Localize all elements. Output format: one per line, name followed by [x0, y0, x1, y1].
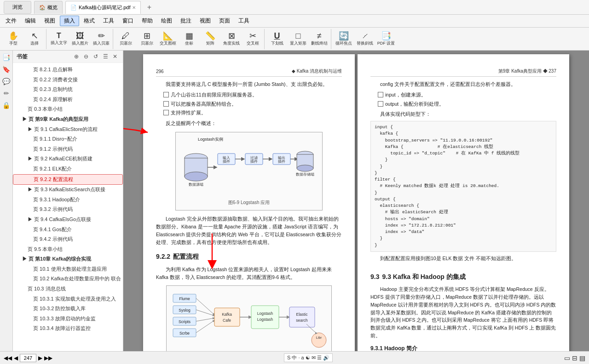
sidebar-item-s10[interactable]: ▶ 页 9.2 KafkaECE机制搭建	[13, 154, 123, 164]
tool-strikethrough[interactable]: ≠ 删线终结	[309, 30, 329, 48]
tool-coord[interactable]: 📐 交叉图框	[158, 30, 178, 48]
sidebar-tool-3[interactable]: ↺	[92, 52, 100, 61]
matrix-icon: ▦	[185, 32, 193, 40]
svg-text:Syslog: Syslog	[179, 308, 191, 313]
input-method-bar[interactable]: S 中 · a ☯ ✉ ☰ 🔊	[284, 353, 333, 362]
page-number-input[interactable]	[20, 354, 36, 362]
tool-rect[interactable]: □ 置入矩形	[288, 30, 308, 48]
sidebar-tool-4[interactable]: ☰	[101, 52, 110, 61]
svg-text:Logstash: Logstash	[257, 317, 273, 322]
tool-angle-line[interactable]: 📏 矩阵	[200, 30, 220, 48]
input-method-sym4: 🔊	[323, 355, 329, 360]
page-prev-button[interactable]: ◀	[14, 355, 18, 361]
sidebar-item-s20[interactable]: ▶ 页 第10章 Kafka的综合实现	[13, 254, 123, 264]
tool-pdf-settings[interactable]: 📑 PDF 设置	[376, 30, 396, 48]
menu-view[interactable]: 视图	[40, 16, 59, 26]
section-93-text: 9.3 Kafka 和 Hadoop 的集成	[382, 272, 465, 282]
strikethrough-icon: ≠	[317, 32, 322, 40]
sidebar-item-s25[interactable]: 页 10-3.2 防控加载入库	[13, 304, 123, 314]
sidebar-item-s14[interactable]: 页 9.3.1 Hadoop配介	[13, 195, 123, 205]
sidebar-item-s8[interactable]: 页 9.1.1 Disro~配介	[13, 134, 123, 144]
left-icon-doc[interactable]: 📑	[1, 52, 12, 63]
sidebar-item-s15[interactable]: 页 9.3.2 示例代码	[13, 205, 123, 215]
menu-bar: 文件 编辑 视图 插入 格式 工具 窗口 帮助 绘图 批注 视图 页面 工具	[0, 15, 589, 28]
sidebar-item-s9[interactable]: 页 9.1.2 示例代码	[13, 144, 123, 154]
sidebar-item-s6[interactable]: ▶ 页 第9章 Kafka的典型应用	[13, 114, 123, 125]
page-first-button[interactable]: ◀◀	[4, 355, 12, 361]
tool-dotted[interactable]: ✂ 交叉框	[243, 30, 263, 48]
sidebar-item-s7[interactable]: ▶ 页 9.1 CafkaElicStore的流程	[13, 125, 123, 135]
menu-format[interactable]: 格式	[80, 16, 98, 26]
tool-cycle[interactable]: 🔄 循环焦点	[334, 30, 354, 48]
tool-insert-image[interactable]: 🖼 插入图片	[70, 30, 90, 48]
sidebar-item-s4[interactable]: 页 0.2.4 原理解析	[13, 95, 123, 105]
menu-edit[interactable]: 编辑	[21, 16, 40, 26]
page-next-button[interactable]: ▶	[38, 355, 42, 361]
sidebar-close[interactable]: ✕	[111, 52, 119, 61]
left-icon-bookmark[interactable]: 🔖	[1, 64, 12, 74]
svg-text:Logstash: Logstash	[257, 311, 273, 316]
menu-help[interactable]: 帮助	[138, 16, 156, 26]
sidebar-item-s27[interactable]: 页 10.3.4 故障运行器监控	[13, 324, 123, 334]
sidebar-item-s26[interactable]: 页 10.3.3 故障启动的约金监	[13, 314, 123, 324]
sidebar-item-s18[interactable]: 页 9.4.2 示例代码	[13, 234, 123, 245]
sidebar-item-s16[interactable]: ▶ 页 9.4 CafkaElsGo点联接	[13, 215, 123, 225]
left-icon-lock[interactable]: 🔒	[1, 100, 12, 110]
menu-insert[interactable]: 插入	[60, 16, 79, 26]
tool-bezier2[interactable]: 🖊 贝塞尔	[115, 30, 136, 48]
tab-close-icon[interactable]: ✕	[132, 5, 136, 10]
tool-hand[interactable]: ✋ 手型	[3, 30, 23, 48]
sidebar-item-s2[interactable]: 页 0.2.2 消费者交接	[13, 75, 123, 85]
menu-tools2[interactable]: 工具	[235, 16, 253, 26]
sidebar-item-s5[interactable]: 页 0.3 本章小结	[13, 104, 123, 114]
menu-draw[interactable]: 绘图	[157, 16, 176, 26]
tab-overview[interactable]: 🏠 概览	[34, 1, 63, 14]
menu-tools[interactable]: 工具	[99, 16, 118, 26]
diagram-kafka: Flume Syslog Scripts Scrbe	[166, 285, 332, 351]
view-single[interactable]: ▭	[564, 354, 570, 362]
svg-text:Libr: Libr	[316, 336, 322, 340]
sidebar-item-s22[interactable]: 页 10.2 Kafka在处理数量应用中的 联合	[13, 274, 123, 284]
page-last-button[interactable]: ▶▶	[44, 355, 52, 361]
left-icon-comment[interactable]: 💬	[1, 76, 12, 86]
tool-cross-box[interactable]: ⊠ 角度实线	[221, 30, 242, 48]
sidebar-item-s11[interactable]: 页 9.2.1 ELK配介	[13, 164, 123, 174]
sidebar-tool-1[interactable]: ⊕	[72, 52, 81, 61]
menu-page[interactable]: 页面	[215, 16, 234, 26]
page-container[interactable]: 296 ◆ Kafka 消息机制与运维 我需要支持将这几 C 模型服务到一所需 …	[123, 51, 589, 351]
tool-cross-frame[interactable]: ⊞ 贝塞尔	[137, 30, 157, 48]
tab-add-button[interactable]: +	[144, 2, 155, 13]
diagram-logstash: Logstash实例 数据源端	[175, 132, 323, 210]
sidebar-item-s24[interactable]: 页 10.3.1 实现加载大处理及使用之入	[13, 294, 123, 304]
sidebar-item-s21[interactable]: 页 10.1 使用大数据处理主题应用	[13, 264, 123, 274]
tool-insert-text[interactable]: T 插入文字	[49, 30, 69, 48]
replace-icon: ⟋	[361, 32, 369, 40]
tool-matrix[interactable]: ▦ 坐标	[179, 30, 199, 48]
menu-comment[interactable]: 批注	[177, 16, 195, 26]
tab-pdf[interactable]: 📄 Kafka核心源码笔记.pdf ✕	[65, 1, 141, 14]
tool-replace[interactable]: ⟋ 替换斜线	[355, 30, 375, 48]
tool-underline[interactable]: U 下划线	[267, 30, 287, 48]
sidebar-item-s13[interactable]: ▶ 页 9.3 KafkaElsticSearch点联接	[13, 185, 123, 195]
input-method-a: a	[301, 355, 304, 360]
page-content-left: 我需要支持将这几 C 模型服务到一所需 (Jumbo Stash)、支 出限负必…	[156, 80, 342, 351]
menu-file[interactable]: 文件	[2, 16, 20, 26]
browser-button[interactable]: 浏览	[4, 1, 31, 14]
sidebar-item-s3[interactable]: 页 0.2.3 总制约统	[13, 85, 123, 95]
sidebar-item-s23[interactable]: 页 10.3 消息总线	[13, 284, 123, 294]
menu-window[interactable]: 窗口	[119, 16, 137, 26]
svg-text:Scripts: Scripts	[179, 319, 191, 324]
sidebar-item-s19[interactable]: 页 9.5 本章小结	[13, 245, 123, 255]
sidebar-item-s17[interactable]: 页 9.4.1 Gos配介	[13, 225, 123, 235]
sidebar-item-s12[interactable]: 页 9.2.2 配置流程	[13, 174, 123, 185]
sidebar-item-s1[interactable]: 页 8.2.1 总点解释	[13, 65, 123, 75]
view-continuous[interactable]: ▤	[579, 354, 585, 362]
config-intro: config 文件关于配置配置文件，还需配置日志分析个差服器。	[370, 80, 556, 88]
left-icon-edit[interactable]: ✏	[1, 88, 12, 98]
menu-view2[interactable]: 视图	[196, 16, 214, 26]
tool-insert-bezier[interactable]: ✏ 插入贝塞	[91, 30, 111, 48]
sidebar-tool-2[interactable]: ⊖	[82, 52, 90, 61]
svg-text:Flume: Flume	[179, 296, 190, 301]
tool-select[interactable]: ↖ 选择	[24, 30, 45, 48]
view-double[interactable]: ⊟	[572, 354, 577, 362]
